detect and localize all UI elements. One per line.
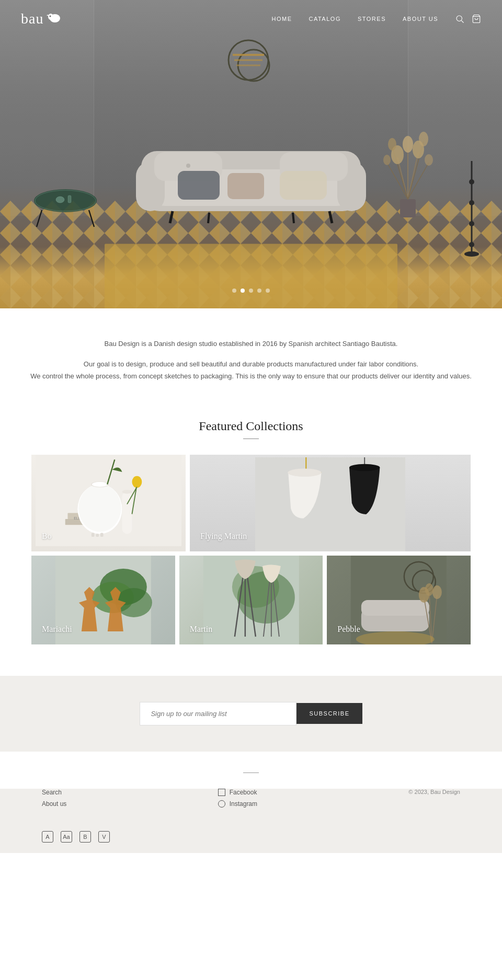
collections-title: Featured Collections xyxy=(31,419,471,433)
svg-point-45 xyxy=(403,136,413,153)
svg-point-69 xyxy=(122,490,132,494)
bird-icon xyxy=(47,11,61,26)
svg-point-55 xyxy=(469,242,474,247)
svg-point-79 xyxy=(349,464,380,471)
svg-line-18 xyxy=(89,210,94,227)
hero-sofa xyxy=(126,135,376,232)
about-desc-line1: Our goal is to design, produce and sell … xyxy=(21,358,481,370)
hero-background xyxy=(0,0,502,308)
footer-about-link[interactable]: About us xyxy=(42,800,66,808)
nav-catalog[interactable]: CATALOG xyxy=(309,16,341,22)
svg-rect-31 xyxy=(280,171,327,200)
coffee-table xyxy=(31,185,99,234)
facebook-link[interactable]: Facebook xyxy=(218,789,257,796)
nav-about-us[interactable]: ABOUT US xyxy=(403,16,438,22)
search-icon[interactable] xyxy=(455,14,464,24)
facebook-icon xyxy=(218,789,225,796)
svg-rect-67 xyxy=(100,533,104,537)
carousel-dots xyxy=(232,289,270,293)
svg-line-17 xyxy=(37,210,42,227)
instagram-label: Instagram xyxy=(230,800,257,808)
accessibility-icon-v[interactable]: V xyxy=(98,831,110,843)
svg-line-42 xyxy=(387,163,408,199)
svg-point-15 xyxy=(34,189,97,212)
carousel-dot-2[interactable] xyxy=(241,289,245,293)
svg-point-62 xyxy=(78,485,121,532)
subscribe-button[interactable]: SUBSCRIBE xyxy=(296,703,362,724)
svg-rect-14 xyxy=(105,244,397,308)
copyright: © 2023, Bau Design xyxy=(408,789,460,795)
collection-card-flying-martin[interactable]: Flying Martin xyxy=(190,455,471,551)
newsletter-section: SUBSCRIBE xyxy=(0,676,502,752)
bo-label: Bo xyxy=(42,532,52,541)
svg-point-53 xyxy=(469,200,474,205)
footer-col-right: © 2023, Bau Design xyxy=(408,789,460,808)
svg-point-47 xyxy=(388,138,396,151)
about-desc-line2: We control the whole process, from conce… xyxy=(21,370,481,382)
svg-point-102 xyxy=(432,585,442,599)
nav-icon-group xyxy=(455,14,481,24)
collections-grid: ELIASSON xyxy=(31,455,471,644)
accessibility-icons: A Aa B V xyxy=(0,823,502,853)
newsletter-email-input[interactable] xyxy=(140,702,296,725)
svg-rect-74 xyxy=(255,457,405,551)
svg-line-33 xyxy=(329,211,332,223)
collections-section: Featured Collections ELIASSON xyxy=(0,409,502,676)
cart-icon[interactable] xyxy=(472,14,481,24)
instagram-icon xyxy=(218,800,225,808)
hero-section xyxy=(0,0,502,308)
svg-point-64 xyxy=(92,482,108,487)
svg-line-4 xyxy=(461,20,463,22)
svg-point-54 xyxy=(469,221,474,226)
svg-line-43 xyxy=(408,163,429,199)
floor-lamp-right xyxy=(463,156,481,262)
carousel-dot-3[interactable] xyxy=(249,289,253,293)
collection-card-bo[interactable]: ELIASSON xyxy=(31,455,186,551)
svg-point-49 xyxy=(383,155,391,165)
svg-point-50 xyxy=(425,154,433,166)
svg-point-2 xyxy=(50,16,51,17)
carousel-dot-1[interactable] xyxy=(232,289,236,293)
mariachi-label: Mariachi xyxy=(42,625,72,634)
newsletter-form: SUBSCRIBE xyxy=(21,702,481,725)
svg-rect-36 xyxy=(400,199,416,217)
svg-point-52 xyxy=(469,179,474,185)
facebook-label: Facebook xyxy=(230,789,257,796)
collection-card-pebble[interactable]: Pebble xyxy=(327,556,471,644)
carousel-dot-4[interactable] xyxy=(257,289,261,293)
svg-point-71 xyxy=(132,476,142,488)
svg-point-48 xyxy=(419,132,428,146)
about-section: Bau Design is a Danish design studio est… xyxy=(0,308,502,409)
martin-label: Martin xyxy=(190,625,213,634)
svg-rect-66 xyxy=(96,534,99,537)
collection-card-martin[interactable]: Martin xyxy=(179,556,323,644)
footer: SUBSCRIBE Search About us Facebook Insta… xyxy=(0,676,502,853)
flying-martin-label: Flying Martin xyxy=(200,532,247,541)
footer-divider xyxy=(243,773,259,773)
svg-point-103 xyxy=(425,583,433,596)
grid-row-1: ELIASSON xyxy=(31,455,471,551)
carousel-dot-5[interactable] xyxy=(266,289,270,293)
footer-search-link[interactable]: Search xyxy=(42,789,66,796)
collection-card-mariachi[interactable]: Mariachi xyxy=(31,556,175,644)
collections-divider xyxy=(243,439,259,439)
logo-text: bau xyxy=(21,10,43,27)
nav-stores[interactable]: STORES xyxy=(358,16,386,22)
accessibility-icon-a[interactable]: A xyxy=(42,831,53,843)
accessibility-icon-b[interactable]: B xyxy=(79,831,91,843)
logo[interactable]: bau xyxy=(21,10,61,27)
header: bau HOME CATALOG STORES ABOUT US xyxy=(0,0,502,38)
footer-col-left: Search About us xyxy=(42,789,66,808)
svg-point-56 xyxy=(464,251,479,257)
footer-links: Search About us Facebook Instagram © 202… xyxy=(0,789,502,823)
pebble-label: Pebble xyxy=(337,625,360,634)
footer-col-center: Facebook Instagram xyxy=(218,789,257,808)
svg-rect-20 xyxy=(68,195,71,203)
svg-point-19 xyxy=(56,197,64,203)
svg-line-35 xyxy=(293,213,294,223)
svg-rect-29 xyxy=(178,171,220,200)
grid-row-2: Mariachi xyxy=(31,556,471,644)
accessibility-icon-aa[interactable]: Aa xyxy=(61,831,72,843)
nav-home[interactable]: HOME xyxy=(272,16,292,22)
instagram-link[interactable]: Instagram xyxy=(218,800,257,808)
